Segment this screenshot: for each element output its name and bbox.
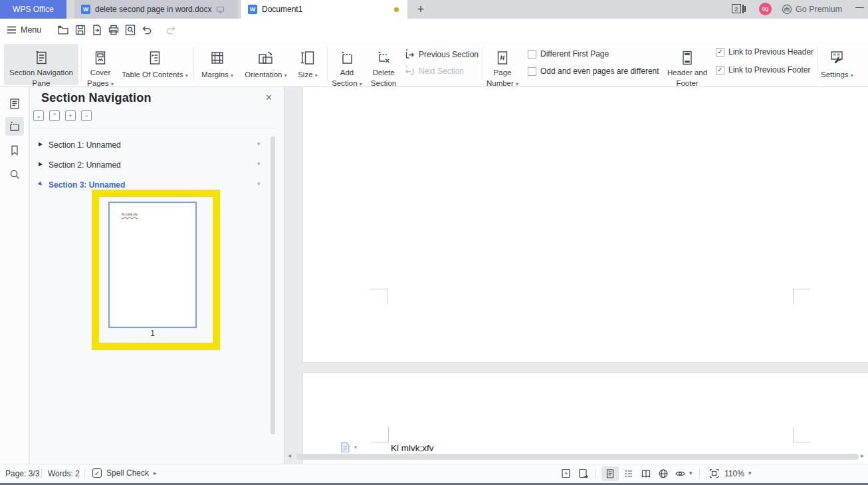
button-label: Page (486, 69, 519, 77)
section-menu-caret[interactable]: ▾ (257, 180, 261, 187)
section-navigation-pane-button[interactable]: Section Navigation Pane (4, 44, 78, 85)
margins-button[interactable]: Margins ▾ (197, 44, 238, 85)
user-avatar[interactable]: SQ (759, 3, 772, 15)
open-file-icon[interactable] (57, 24, 69, 36)
margin-corner-mark (793, 427, 810, 442)
section-menu-caret[interactable]: ▾ (257, 140, 261, 147)
page-number-button[interactable]: Page Number ▾ (486, 44, 519, 85)
cover-pages-icon (92, 49, 109, 67)
export-pdf-icon[interactable] (91, 24, 103, 36)
bookmark-pane-button[interactable] (5, 141, 24, 160)
scroll-left-arrow[interactable]: ◂ (288, 452, 291, 459)
settings-button[interactable]: Settings ▾ (821, 44, 853, 85)
task-window-icon[interactable] (560, 468, 572, 479)
title-bar: WPS Office W delete second page in word.… (0, 0, 868, 19)
zoom-level-caret[interactable]: ▾ (748, 470, 752, 476)
window-count-value: 2 (732, 4, 741, 13)
scroll-right-arrow[interactable]: ▸ (861, 452, 864, 459)
dropdown-caret: ▾ (284, 73, 287, 79)
table-of-contents-button[interactable]: Table Of Contents ▾ (120, 44, 190, 85)
section-1-row[interactable]: ▶ Section 1: Unnamed ▾ (30, 136, 284, 156)
margins-icon (209, 49, 226, 67)
document-page-3[interactable] (302, 373, 868, 464)
collapse-triangle-icon[interactable]: ▶ (39, 161, 43, 167)
wps-writer-window: WPS Office W delete second page in word.… (0, 0, 868, 485)
section-2-row[interactable]: ▶ Section 2: Unnamed ▾ (30, 156, 284, 176)
link-to-previous-footer-checkbox[interactable]: ✓ Link to Previous Footer (716, 65, 810, 75)
minimize-button[interactable]: — (855, 2, 864, 12)
panel-title: Section Navigation (41, 91, 152, 105)
close-panel-icon[interactable]: ✕ (265, 92, 272, 102)
go-premium-button[interactable]: Go Premium (782, 0, 842, 19)
outline-view-button[interactable] (620, 466, 637, 481)
previous-section-button[interactable]: Previous Section (404, 49, 479, 60)
section-menu-caret[interactable]: ▾ (257, 160, 261, 167)
document-page-2[interactable] (302, 87, 868, 363)
extract-page-icon[interactable] (578, 468, 589, 479)
section-label: Section 3: Unnamed (49, 180, 125, 190)
cover-pages-button[interactable]: Cover Pages ▾ (84, 44, 117, 85)
undo-icon[interactable] (141, 24, 153, 36)
orientation-button[interactable]: Orientation ▾ (241, 44, 291, 85)
spell-check-button[interactable]: ✓ Spell Check ▸ (92, 468, 157, 478)
previous-section-icon (404, 49, 415, 60)
document-canvas[interactable]: ▾ Kl mlvk;xfv ◂ ▸ (285, 87, 868, 464)
remove-section-small-button[interactable]: − (81, 110, 92, 121)
wps-office-button[interactable]: WPS Office (0, 0, 66, 19)
link-to-previous-header-checkbox[interactable]: ✓ Link to Previous Header (716, 47, 814, 57)
expand-triangle-icon[interactable]: ▶ (37, 180, 45, 188)
fit-page-icon[interactable] (708, 468, 720, 479)
find-pane-button[interactable] (5, 165, 24, 184)
dropdown-caret: ▾ (360, 81, 362, 87)
misspelled-text-run: mlvk;xfv (401, 443, 434, 453)
window-count-button[interactable]: 2 (732, 4, 746, 15)
collapse-triangle-icon[interactable]: ▶ (39, 141, 43, 147)
panel-scrollbar[interactable] (271, 136, 275, 434)
document-tab-active[interactable]: W Document1 (241, 0, 407, 19)
view-mode-caret[interactable]: ▾ (689, 470, 693, 476)
document-tab-inactive[interactable]: W delete second page in word.docx (74, 0, 238, 19)
size-button[interactable]: Size ▾ (293, 44, 322, 85)
different-first-page-checkbox[interactable]: Different First Page (528, 49, 609, 59)
section-pane-button-active[interactable] (5, 117, 24, 136)
button-label: Table Of Contents (122, 71, 183, 79)
print-preview-icon[interactable] (124, 24, 136, 36)
outline-pane-button[interactable] (5, 94, 24, 113)
document-text[interactable]: Kl mlvk;xfv (391, 443, 434, 453)
redo-icon[interactable] (165, 24, 177, 36)
add-section-button[interactable]: Add Section ▾ (330, 44, 364, 85)
save-icon[interactable] (74, 24, 86, 36)
web-view-button[interactable] (655, 466, 672, 481)
page-number-icon (494, 49, 511, 67)
button-label: Pages (87, 79, 109, 87)
menu-button[interactable]: Menu (7, 22, 41, 38)
checkbox-checked: ✓ (716, 66, 724, 75)
page-thumbnail-selected[interactable]: Kl mlvk;xfv (108, 202, 197, 328)
page-view-button[interactable] (601, 466, 619, 481)
go-premium-label: Go Premium (796, 5, 842, 14)
monitor-icon (216, 5, 225, 14)
next-section-button[interactable]: Next Section (404, 65, 464, 77)
thumbnail-page-number: 1 (108, 329, 197, 338)
spell-check-icon: ✓ (92, 468, 102, 478)
zoom-level-value[interactable]: 110% (724, 469, 744, 478)
delete-section-button[interactable]: Delete Section (366, 44, 401, 85)
print-icon[interactable] (108, 24, 120, 36)
new-tab-button[interactable]: + (413, 1, 429, 17)
page-indicator: Page: 3/3 (5, 469, 39, 478)
eye-protect-view-button[interactable] (671, 466, 689, 481)
expand-all-button[interactable]: ⌄ (33, 110, 44, 121)
collapse-all-button[interactable]: ⌃ (49, 110, 60, 121)
odd-even-pages-checkbox[interactable]: Odd and even pages are different (528, 67, 659, 76)
dropdown-caret: ▾ (185, 73, 188, 79)
button-label: Pane (4, 79, 78, 88)
button-label: Section (332, 79, 357, 87)
page-context-button[interactable]: ▾ (340, 442, 357, 453)
add-section-small-button[interactable]: + (65, 110, 76, 121)
horizontal-scrollbar[interactable] (296, 454, 859, 460)
header-and-footer-button[interactable]: Header and Footer (667, 44, 707, 85)
word-count[interactable]: Words: 2 (48, 469, 80, 478)
plus-icon: + (68, 112, 72, 119)
book-view-button[interactable] (637, 466, 655, 481)
dropdown-caret: ▾ (851, 73, 853, 79)
